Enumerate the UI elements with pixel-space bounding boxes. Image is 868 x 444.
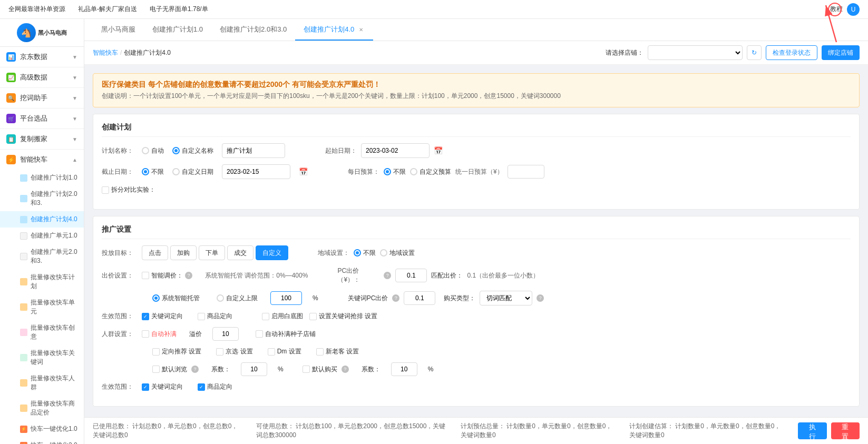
budget-unlimited-radio[interactable] bbox=[384, 168, 391, 175]
whitelist-checkbox[interactable]: 启用白底图 bbox=[262, 312, 303, 321]
pc-bid-input[interactable] bbox=[395, 269, 427, 282]
orient-recommend-box[interactable] bbox=[152, 348, 160, 356]
auto-seed-store-box[interactable] bbox=[256, 330, 263, 338]
keyword-orient-checkbox[interactable]: ✓ 关键词定向 bbox=[142, 312, 183, 321]
sidebar-section-copy-header[interactable]: 📋 复制搬家 ▼ bbox=[0, 129, 84, 149]
execute-button[interactable]: 执行 bbox=[798, 422, 827, 439]
plan-name-auto-radio[interactable] bbox=[142, 147, 149, 154]
daily-budget-input[interactable] bbox=[508, 165, 544, 179]
sidebar-item-optimize-2[interactable]: ⚡ 快车一键优化2.0 bbox=[0, 437, 84, 444]
tab-plan-23[interactable]: 创建推广计划2.0和3.0 bbox=[211, 19, 295, 41]
region-unlimited-radio[interactable] bbox=[354, 249, 361, 256]
new-old-setting-checkbox[interactable]: 新老客 设置 bbox=[316, 347, 359, 356]
breadcrumb-parent[interactable]: 智能快车 bbox=[93, 48, 118, 57]
target-order-btn[interactable]: 下单 bbox=[199, 245, 225, 260]
product-orient-checkbox[interactable]: 商品定向 bbox=[198, 312, 232, 321]
jd-select-box[interactable] bbox=[216, 348, 223, 356]
budget-custom-radio[interactable] bbox=[410, 168, 417, 175]
sidebar-item-create-plan-2[interactable]: 创建推广计划2.0和3. bbox=[0, 186, 84, 211]
dm-setting-checkbox[interactable]: Dm 设置 bbox=[268, 347, 301, 356]
start-date-input[interactable] bbox=[361, 143, 430, 158]
smart-托管-radio[interactable]: 系统智能托管 bbox=[152, 294, 200, 303]
budget-unlimited[interactable]: 不限 bbox=[384, 167, 406, 176]
end-date-custom-radio[interactable] bbox=[172, 168, 180, 175]
split-test-checkbox[interactable]: 拆分对比实验： bbox=[102, 185, 155, 194]
nav-link-2[interactable]: 礼品单-解夫厂家自送 bbox=[78, 5, 137, 14]
sidebar-item-create-plan-4[interactable]: 创建推广计划4.0 bbox=[0, 211, 84, 228]
custom-max-input[interactable] bbox=[270, 291, 302, 305]
sidebar-section-advanced-header[interactable]: 📈 高级数据 ▼ bbox=[0, 67, 84, 87]
check-status-button[interactable]: 检查登录状态 bbox=[766, 45, 817, 60]
keyword-rank-box[interactable] bbox=[309, 313, 317, 320]
custom-max-radio[interactable]: 自定义上限 bbox=[217, 294, 258, 303]
sidebar-item-batch-product[interactable]: 批量修改快车商品定价 bbox=[0, 396, 84, 421]
new-old-setting-box[interactable] bbox=[316, 348, 324, 356]
target-deal-btn[interactable]: 成交 bbox=[227, 245, 253, 260]
default-buy-box[interactable] bbox=[303, 366, 310, 373]
target-custom-btn[interactable]: 自定义 bbox=[256, 245, 288, 260]
sidebar-item-batch-plan[interactable]: 批量修改快车计划 bbox=[0, 269, 84, 294]
user-avatar[interactable]: U bbox=[847, 3, 860, 16]
keyword-orient2-box[interactable]: ✓ bbox=[142, 383, 149, 391]
tab-plan-1[interactable]: 创建推广计划1.0 bbox=[144, 19, 211, 41]
keyword-orient-box[interactable]: ✓ bbox=[142, 313, 149, 320]
region-custom-radio[interactable] bbox=[380, 249, 387, 256]
split-test-box[interactable] bbox=[102, 186, 109, 194]
reset-button[interactable]: 重置 bbox=[831, 422, 860, 439]
default-browse-checkbox[interactable]: 默认浏览 ? bbox=[152, 365, 199, 374]
custom-max-circle[interactable] bbox=[217, 294, 224, 302]
region-custom[interactable]: 地域设置 bbox=[380, 249, 415, 258]
keyword-rank-checkbox[interactable]: 设置关键词抢排 设置 bbox=[309, 312, 377, 321]
nav-link-3[interactable]: 电子无界面单1.78/单 bbox=[150, 5, 208, 14]
auto-supplement-box[interactable] bbox=[142, 330, 149, 338]
sidebar-item-batch-unit[interactable]: 批量修改快车单元 bbox=[0, 294, 84, 320]
tab-plan4-close[interactable]: ✕ bbox=[357, 26, 365, 33]
sidebar-item-batch-creative[interactable]: 批量修改快车创意 bbox=[0, 320, 84, 345]
product-orient2-checkbox[interactable]: ✓ 商品定向 bbox=[198, 382, 232, 391]
product-orient2-box[interactable]: ✓ bbox=[198, 383, 205, 391]
target-addcart-btn[interactable]: 加购 bbox=[170, 245, 197, 260]
buy-coeff-input[interactable] bbox=[391, 362, 417, 376]
plan-name-custom-radio[interactable] bbox=[172, 147, 180, 154]
sidebar-section-platform-header[interactable]: 🛒 平台选品 ▼ bbox=[0, 108, 84, 129]
plan-name-input[interactable]: 推广计划 bbox=[222, 143, 285, 158]
bind-store-button[interactable]: 绑定店铺 bbox=[822, 45, 860, 60]
end-date-custom[interactable]: 自定义日期 bbox=[172, 167, 213, 176]
plan-name-custom[interactable]: 自定义名称 bbox=[172, 146, 213, 155]
tab-plan-4[interactable]: 创建推广计划4.0 ✕ bbox=[295, 19, 373, 41]
sidebar-section-smart-header[interactable]: ⚡ 智能快车 ▲ bbox=[0, 150, 84, 170]
budget-custom[interactable]: 自定义预算 bbox=[410, 167, 451, 176]
smart-托管-circle[interactable] bbox=[152, 294, 160, 302]
default-browse-box[interactable] bbox=[152, 366, 160, 373]
keyword-pc-bid-input[interactable] bbox=[404, 291, 435, 305]
sidebar-item-batch-keyword[interactable]: 批量修改快车关键词 bbox=[0, 345, 84, 370]
default-buy-checkbox[interactable]: 默认购买 ? bbox=[303, 365, 349, 374]
sidebar-section-jd-data-header[interactable]: 📊 京东数据 ▼ bbox=[0, 47, 84, 67]
plan-name-auto[interactable]: 自动 bbox=[142, 146, 164, 155]
target-click-btn[interactable]: 点击 bbox=[142, 245, 168, 260]
store-select[interactable] bbox=[648, 45, 743, 60]
whitelist-box[interactable] bbox=[262, 313, 269, 320]
smart-adjust-checkbox[interactable]: 智能调价： ? bbox=[142, 271, 192, 280]
auto-supplement-checkbox[interactable]: 自动补满 bbox=[142, 330, 177, 339]
smart-adjust-box[interactable] bbox=[142, 272, 149, 279]
tutorial-btn[interactable]: 教程 bbox=[830, 5, 843, 14]
sidebar-item-optimize-1[interactable]: ⚡ 快车一键优化1.0 bbox=[0, 421, 84, 437]
dm-setting-box[interactable] bbox=[268, 348, 275, 356]
sidebar-section-keyword-header[interactable]: 🔍 挖词助手 ▼ bbox=[0, 88, 84, 108]
product-orient-box[interactable] bbox=[198, 313, 205, 320]
sidebar-item-create-plan-1[interactable]: 创建推广计划1.0 bbox=[0, 170, 84, 186]
sidebar-item-create-unit-1[interactable]: 创建推广单元1.0 bbox=[0, 228, 84, 244]
tab-hxm-service[interactable]: 黑小马商服 bbox=[93, 19, 144, 41]
end-date-unlimited[interactable]: 不限 bbox=[142, 167, 164, 176]
browse-coeff-input[interactable] bbox=[241, 362, 267, 376]
auto-seed-store-checkbox[interactable]: 自动补满种子店铺 bbox=[256, 330, 316, 339]
jd-select-checkbox[interactable]: 京选 设置 bbox=[216, 347, 252, 356]
sidebar-item-batch-crowd[interactable]: 批量修改快车人群 bbox=[0, 370, 84, 396]
keyword-orient2-checkbox[interactable]: ✓ 关键词定向 bbox=[142, 382, 183, 391]
region-unlimited[interactable]: 不限 bbox=[354, 249, 376, 258]
orient-recommend-checkbox[interactable]: 定向推荐 设置 bbox=[152, 347, 201, 356]
end-date-input[interactable] bbox=[222, 164, 290, 179]
buy-type-select[interactable]: 切词匹配 bbox=[480, 291, 532, 305]
end-date-unlimited-radio[interactable] bbox=[142, 168, 149, 175]
